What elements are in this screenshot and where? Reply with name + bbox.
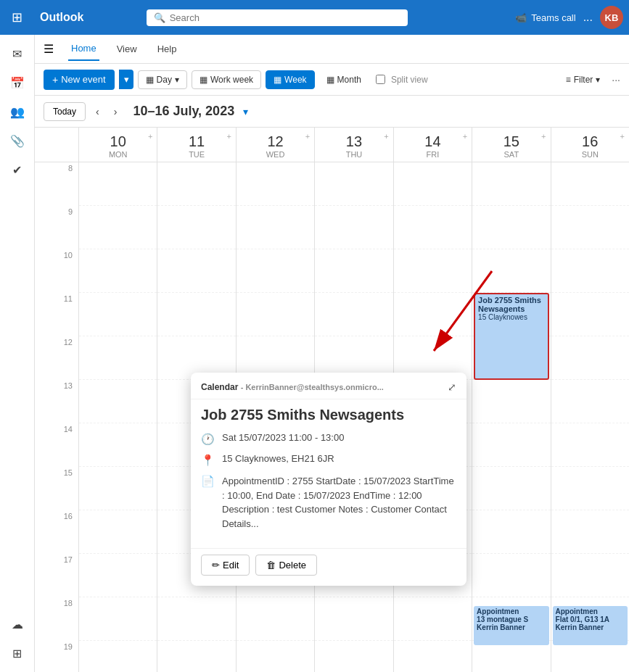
- popup-description: AppointmentID : 2755 StartDate : 15/07/2…: [222, 474, 456, 531]
- content-area: ☰ Home View Help + New event ▾ ▦ Day ▾ ▦…: [35, 35, 629, 672]
- more-apps-icon[interactable]: ⊞: [4, 640, 30, 666]
- tasks-icon[interactable]: ✔: [4, 157, 30, 183]
- calendar-title: 10–16 July, 2023: [133, 104, 234, 119]
- event-popup: Calendar - KerrinBanner@stealthsys.onmic…: [191, 373, 466, 586]
- description-icon: 📄: [201, 475, 215, 488]
- day-view-icon: ▦: [146, 75, 154, 85]
- add-event-mon-icon[interactable]: +: [148, 132, 152, 141]
- day-col-sat[interactable]: Job 2755 Smiths Newsagents 15 Clayknowes…: [472, 162, 550, 672]
- avatar[interactable]: KB: [600, 6, 623, 29]
- day-header-sat: + 15 Sat: [472, 128, 550, 162]
- more-toolbar-button[interactable]: ···: [612, 74, 620, 86]
- today-button[interactable]: Today: [44, 102, 86, 121]
- filter-button[interactable]: ≡ Filter ▾: [559, 71, 608, 88]
- hamburger-icon[interactable]: ☰: [44, 42, 54, 56]
- time-label-17: 17: [35, 554, 78, 597]
- sat-appt-block[interactable]: Appointmen 13 montague S Kerrin Banner: [474, 606, 548, 645]
- calendar-title-dropdown[interactable]: ▾: [243, 106, 248, 117]
- edit-icon: ✏: [212, 560, 220, 571]
- add-event-sun-icon[interactable]: +: [620, 132, 625, 141]
- view-workweek-button[interactable]: ▦ Work week: [192, 70, 261, 89]
- day-headers: + 10 Mon + 11 Tue + 12 Wed + 13 Thu: [35, 128, 629, 162]
- popup-location-row: 📍 15 Clayknowes, EH21 6JR: [201, 453, 456, 467]
- next-week-button[interactable]: ›: [110, 103, 122, 120]
- time-label-14: 14: [35, 423, 78, 467]
- time-label-19: 19: [35, 641, 78, 672]
- view-week-button[interactable]: ▦ Week: [266, 70, 314, 89]
- toolbar: + New event ▾ ▦ Day ▾ ▦ Work week ▦ Week…: [35, 64, 629, 96]
- appt-title: Appointmen: [477, 607, 546, 615]
- day-header-fri: + 14 Fri: [393, 128, 472, 162]
- popup-datetime-row: 🕐 Sat 15/07/2023 11:00 - 13:00: [201, 432, 456, 446]
- add-event-thu-icon[interactable]: +: [384, 132, 388, 141]
- sun-appt-block[interactable]: Appointmen Flat 0/1, G13 1A Kerrin Banne…: [553, 606, 628, 645]
- people-icon[interactable]: 👥: [4, 99, 30, 125]
- calendar-area: + 10 Mon + 11 Tue + 12 Wed + 13 Thu: [35, 128, 629, 672]
- day-col-sun[interactable]: Appointmen Flat 0/1, G13 1A Kerrin Banne…: [551, 162, 629, 672]
- time-label-13: 13: [35, 380, 78, 423]
- more-options-button[interactable]: ...: [583, 11, 593, 24]
- month-view-icon: ▦: [326, 75, 334, 85]
- clock-icon: 🕐: [201, 433, 215, 446]
- time-label-18: 18: [35, 597, 78, 641]
- time-gutter-header: [35, 128, 78, 162]
- mail-icon[interactable]: ✉: [4, 41, 30, 67]
- new-event-button[interactable]: + New event: [44, 70, 115, 90]
- sun-appt-sub1: Flat 0/1, G13 1A: [556, 615, 625, 623]
- time-column: 8 9 10 11 12 13 14 15 16 17 18 19: [35, 162, 78, 672]
- prev-week-button[interactable]: ‹: [91, 103, 104, 120]
- edit-button[interactable]: ✏ Edit: [201, 555, 250, 576]
- day-col-mon[interactable]: [78, 162, 157, 672]
- delete-icon: 🗑: [266, 560, 276, 571]
- sun-appt-title: Appointmen: [556, 607, 625, 615]
- attachments-icon[interactable]: 📎: [4, 128, 30, 154]
- popup-description-row: 📄 AppointmentID : 2755 StartDate : 15/07…: [201, 474, 456, 531]
- time-label-15: 15: [35, 467, 78, 510]
- split-view-checkbox[interactable]: Split view: [376, 75, 428, 85]
- nav-help[interactable]: Help: [155, 38, 180, 60]
- new-event-icon: +: [52, 74, 58, 86]
- time-label-11: 11: [35, 293, 78, 336]
- popup-expand-button[interactable]: ⤢: [448, 381, 456, 393]
- workweek-view-icon: ▦: [200, 75, 207, 85]
- add-event-tue-icon[interactable]: +: [226, 132, 231, 141]
- location-icon: 📍: [201, 454, 215, 467]
- day-header-thu: + 13 Thu: [314, 128, 392, 162]
- popup-title: Job 2755 Smiths Newsagents: [201, 407, 456, 423]
- add-event-sat-icon[interactable]: +: [541, 132, 546, 141]
- onedrive-icon[interactable]: ☁: [4, 611, 30, 637]
- appt-sub2: Kerrin Banner: [477, 623, 546, 631]
- day-header-tue: + 11 Tue: [157, 128, 235, 162]
- view-month-button[interactable]: ▦ Month: [319, 71, 369, 88]
- teams-call-button[interactable]: 📹 Teams call: [515, 12, 575, 23]
- titlebar-right: 📹 Teams call ... KB: [515, 6, 623, 29]
- popup-footer: ✏ Edit 🗑 Delete: [191, 548, 466, 586]
- delete-button[interactable]: 🗑 Delete: [255, 555, 317, 576]
- view-day-button[interactable]: ▦ Day ▾: [138, 70, 187, 89]
- video-icon: 📹: [515, 12, 527, 23]
- calendar-icon[interactable]: 📅: [4, 70, 30, 96]
- nav-home[interactable]: Home: [68, 37, 99, 61]
- time-label-9: 9: [35, 206, 78, 249]
- new-event-dropdown-button[interactable]: ▾: [119, 70, 133, 89]
- event-sub: 15 Clayknowes: [478, 313, 544, 321]
- apps-grid-icon[interactable]: ⊞: [6, 7, 28, 28]
- week-view-icon: ▦: [274, 75, 281, 85]
- day-header-mon: + 10 Mon: [78, 128, 157, 162]
- nav-view[interactable]: View: [114, 38, 140, 60]
- sat-event-block[interactable]: Job 2755 Smiths Newsagents 15 Clayknowes: [474, 293, 548, 380]
- search-input[interactable]: [170, 12, 400, 23]
- time-label-10: 10: [35, 249, 78, 293]
- navbar: ☰ Home View Help: [35, 35, 629, 64]
- day-header-wed: + 12 Wed: [236, 128, 314, 162]
- calendar-navigation: Today ‹ › 10–16 July, 2023 ▾: [35, 96, 629, 128]
- add-event-wed-icon[interactable]: +: [305, 132, 310, 141]
- sidebar-icons: ✉ 📅 👥 📎 ✔ ☁ ⊞: [0, 35, 35, 672]
- split-view-check[interactable]: [376, 75, 385, 84]
- main-layout: ✉ 📅 👥 📎 ✔ ☁ ⊞ ☰ Home View Help + New eve…: [0, 35, 629, 672]
- event-title: Job 2755 Smiths Newsagents: [478, 296, 544, 313]
- add-event-fri-icon[interactable]: +: [463, 132, 467, 141]
- popup-header: Calendar - KerrinBanner@stealthsys.onmic…: [191, 373, 466, 399]
- time-label-12: 12: [35, 336, 78, 380]
- popup-calendar-label: Calendar - KerrinBanner@stealthsys.onmic…: [201, 382, 384, 392]
